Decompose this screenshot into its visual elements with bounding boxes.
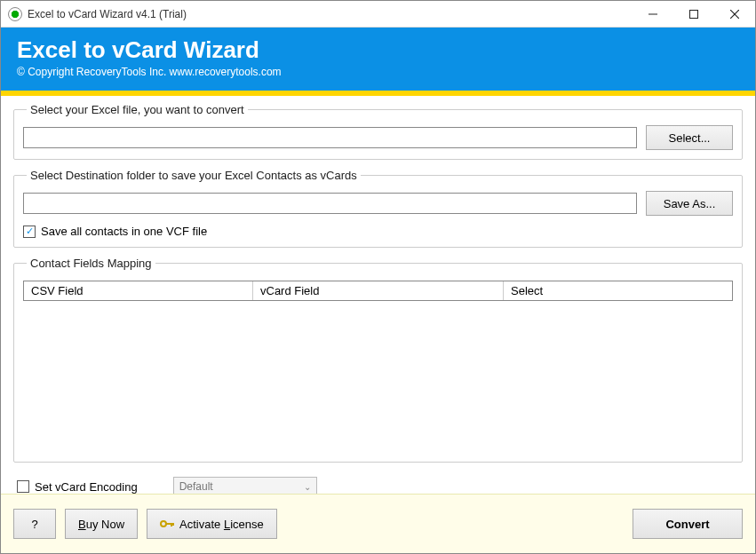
save-as-button[interactable]: Save As... xyxy=(646,191,733,216)
close-button[interactable] xyxy=(714,1,755,27)
column-csv-field[interactable]: CSV Field xyxy=(24,281,253,300)
encoding-checkbox[interactable] xyxy=(17,480,29,493)
window-title: Excel to vCard Wizard v4.1 (Trial) xyxy=(28,8,633,20)
mapping-legend: Contact Fields Mapping xyxy=(27,257,155,270)
svg-rect-1 xyxy=(690,10,698,18)
encoding-value: Default xyxy=(179,480,213,493)
save-all-checkbox[interactable] xyxy=(23,226,36,238)
app-icon xyxy=(8,7,22,21)
main-panel: Select your Excel file, you want to conv… xyxy=(1,96,755,509)
app-title: Excel to vCard Wizard xyxy=(17,36,739,64)
destination-legend: Select Destination folder to save your E… xyxy=(27,169,361,182)
destination-input[interactable] xyxy=(23,193,637,214)
svg-rect-7 xyxy=(172,523,174,526)
destination-fieldset: Select Destination folder to save your E… xyxy=(13,169,743,248)
window-controls xyxy=(633,1,755,27)
source-fieldset: Select your Excel file, you want to conv… xyxy=(13,103,743,160)
mapping-fieldset: Contact Fields Mapping CSV Field vCard F… xyxy=(13,257,743,463)
save-all-label: Save all contacts in one VCF file xyxy=(41,225,207,238)
minimize-button[interactable] xyxy=(633,1,673,27)
footer-bar: ? Buy Now Activate License Convert xyxy=(1,494,755,553)
app-header: Excel to vCard Wizard © Copyright Recove… xyxy=(1,28,755,91)
chevron-down-icon: ⌄ xyxy=(304,482,311,492)
column-vcard-field[interactable]: vCard Field xyxy=(253,281,504,300)
source-legend: Select your Excel file, you want to conv… xyxy=(27,103,248,116)
encoding-label: Set vCard Encoding xyxy=(35,480,138,494)
select-button[interactable]: Select... xyxy=(646,125,733,150)
mapping-table-header: CSV Field vCard Field Select xyxy=(23,281,733,301)
svg-rect-6 xyxy=(171,523,172,526)
convert-button[interactable]: Convert xyxy=(633,509,743,539)
copyright-text: © Copyright RecoveryTools Inc. www.recov… xyxy=(17,66,739,78)
source-input[interactable] xyxy=(23,127,637,148)
activate-license-button[interactable]: Activate License xyxy=(147,509,277,539)
help-button[interactable]: ? xyxy=(13,509,56,539)
column-select[interactable]: Select xyxy=(504,281,732,300)
titlebar: Excel to vCard Wizard v4.1 (Trial) xyxy=(1,1,755,28)
maximize-button[interactable] xyxy=(673,1,714,27)
key-icon xyxy=(160,518,174,530)
buy-now-button[interactable]: Buy Now xyxy=(65,509,138,539)
